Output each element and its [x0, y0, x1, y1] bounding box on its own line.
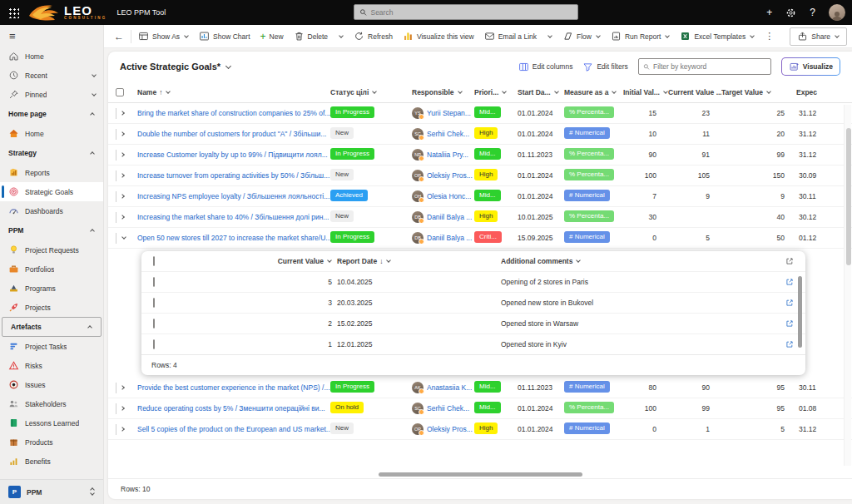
row-expand-icon[interactable] — [120, 427, 125, 432]
subgrid-row[interactable]: 1 12.01.2025 Opened store in Kyiv — [141, 334, 805, 354]
responsible-link[interactable]: Nataliia Pry... — [427, 151, 468, 159]
run-report-button[interactable]: Run Report — [606, 27, 675, 47]
open-subgrid-icon[interactable] — [785, 257, 794, 265]
global-search-input[interactable] — [370, 8, 572, 17]
table-row[interactable]: Bring the market share of construction c… — [108, 103, 852, 124]
row-checkbox[interactable] — [153, 319, 155, 329]
subgrid-row[interactable]: 2 15.02.2025 Opened store in Warsaw — [141, 313, 805, 334]
horizontal-scrollbar-thumb[interactable] — [379, 472, 582, 477]
row-collapse-icon[interactable] — [121, 235, 126, 240]
row-expand-icon[interactable] — [120, 406, 125, 411]
table-row-expanded[interactable]: Open 50 new stores till 2027 to increase… — [108, 228, 852, 249]
row-expand-icon[interactable] — [120, 152, 125, 157]
subgrid-column-report-date[interactable]: Report Date↓ — [337, 257, 501, 265]
row-expand-icon[interactable] — [120, 173, 125, 178]
sidebar-item-pinned[interactable]: Pinned — [0, 85, 103, 104]
sidebar-item-home[interactable]: Home — [0, 47, 103, 66]
sidebar-item-dashboards[interactable]: Dashboards — [0, 201, 103, 220]
vertical-scrollbar[interactable] — [844, 105, 851, 466]
global-search-box[interactable] — [354, 4, 578, 20]
table-row[interactable]: Sell 5 copies of the product on the Euro… — [108, 419, 852, 440]
sidebar-group-strategy[interactable]: Strategy — [0, 143, 103, 163]
row-expand-icon[interactable] — [120, 194, 125, 199]
column-header-measure[interactable]: Measure as a — [564, 88, 623, 96]
responsible-link[interactable]: Anastasiia K... — [427, 383, 472, 392]
area-switcher[interactable]: P PPM — [0, 479, 103, 504]
help-icon[interactable]: ? — [810, 7, 815, 17]
table-row[interactable]: Increase turnover from operating activit… — [108, 166, 852, 186]
horizontal-scrollbar[interactable] — [108, 471, 852, 478]
row-expand-icon[interactable] — [120, 385, 125, 390]
column-header-responsible[interactable]: Responsible — [412, 88, 474, 96]
view-selector[interactable]: Active Strategic Goals* — [120, 62, 231, 72]
command-overflow-button[interactable]: ⋮ — [760, 31, 779, 42]
sidebar-item-issues[interactable]: Issues — [0, 375, 103, 394]
open-record-icon[interactable] — [785, 278, 794, 286]
responsible-link[interactable]: Daniil Balya ... — [427, 234, 472, 242]
subgrid-column-current-value[interactable]: Current Value — [171, 257, 337, 265]
responsible-link[interactable]: Yurii Stepan... — [427, 109, 471, 117]
subgrid-scrollbar[interactable] — [798, 276, 802, 348]
goal-name-link[interactable]: Increasing NPS employee loyalty / Збільш… — [137, 192, 330, 200]
sidebar-item-stakeholders[interactable]: Stakeholders — [0, 394, 103, 413]
sidebar-group-ppm[interactable]: PPM — [0, 220, 103, 240]
row-expand-icon[interactable] — [120, 111, 125, 116]
share-button[interactable]: Share — [790, 27, 847, 46]
column-header-status[interactable]: Статус цілі — [330, 88, 412, 96]
sidebar-item-project-requests[interactable]: Project Requests — [0, 240, 103, 259]
delete-button[interactable]: Delete — [289, 27, 334, 47]
column-header-priority[interactable]: Priori... — [474, 88, 518, 96]
column-header-name[interactable]: Name↑ — [137, 88, 330, 96]
sidebar-item-home-page-home[interactable]: Home — [0, 124, 103, 143]
waffle-menu-icon[interactable] — [7, 7, 19, 18]
filter-by-keyword-input[interactable] — [653, 62, 766, 71]
sidebar-item-portfolios[interactable]: Portfolios — [0, 259, 103, 279]
sidebar-group-home-page[interactable]: Home page — [0, 104, 103, 124]
goal-name-link[interactable]: Increase turnover from operating activit… — [137, 171, 330, 180]
edit-columns-button[interactable]: Edit columns — [518, 62, 573, 72]
user-avatar[interactable] — [829, 4, 845, 21]
visualize-button[interactable]: Visualize — [782, 58, 840, 75]
goal-name-link[interactable]: Increasing the market share to 40% / Збі… — [137, 213, 330, 221]
responsible-link[interactable]: Daniil Balya ... — [427, 213, 472, 221]
row-checkbox[interactable] — [153, 277, 155, 287]
sidebar-item-recent[interactable]: Recent — [0, 66, 103, 85]
responsible-link[interactable]: Oleksiy Pros... — [427, 425, 473, 433]
column-header-start-date[interactable]: Start Da... — [518, 88, 564, 96]
subgrid-select-all-checkbox[interactable] — [153, 256, 155, 266]
sidebar-toggle-button[interactable]: ≡ — [0, 25, 103, 47]
delete-dropdown-button[interactable] — [333, 27, 349, 47]
flow-button[interactable]: Flow — [557, 27, 606, 47]
email-dropdown-button[interactable] — [542, 27, 557, 47]
row-checkbox[interactable] — [153, 339, 155, 349]
sidebar-item-products[interactable]: Products — [0, 432, 103, 452]
refresh-button[interactable]: Refresh — [349, 27, 398, 47]
sidebar-item-benefits[interactable]: Benefits — [0, 452, 103, 471]
sidebar-item-project-tasks[interactable]: Project Tasks — [0, 337, 103, 356]
app-name[interactable]: LEO PPM Tool — [116, 8, 166, 17]
column-header-expected[interactable]: Expec — [796, 88, 833, 96]
goal-name-link[interactable]: Double the number of customers for produ… — [137, 130, 330, 138]
sidebar-item-strategic-goals[interactable]: Strategic Goals — [0, 182, 103, 201]
subgrid-row[interactable]: 5 10.04.2025 Opening of 2 stores in Pari… — [141, 271, 805, 292]
table-row[interactable]: Increase Customer loyalty by up to 99% /… — [108, 145, 852, 166]
table-row[interactable]: Reduce operating costs by 5% / Зменшити … — [108, 398, 852, 419]
select-all-checkbox[interactable] — [116, 88, 124, 96]
goal-name-link[interactable]: Bring the market share of construction c… — [137, 109, 330, 117]
column-header-initial-value[interactable]: Initial Val... — [623, 88, 668, 96]
subgrid-row[interactable]: 3 20.03.2025 Opened new store in Bukovel — [141, 292, 805, 313]
responsible-link[interactable]: Oleksiy Pros... — [427, 171, 473, 180]
open-record-icon[interactable] — [785, 299, 794, 307]
responsible-link[interactable]: Serhii Chek... — [427, 130, 469, 138]
goal-name-link[interactable]: Provide the best customer experience in … — [137, 383, 330, 392]
responsible-link[interactable]: Olesia Honc... — [427, 192, 471, 200]
open-record-icon[interactable] — [785, 340, 794, 348]
table-row[interactable]: Double the number of customers for produ… — [108, 124, 852, 145]
edit-filters-button[interactable]: Edit filters — [582, 62, 627, 72]
excel-templates-button[interactable]: Excel Templates — [675, 27, 760, 47]
table-row[interactable]: Provide the best customer experience in … — [108, 378, 852, 398]
add-icon[interactable]: + — [766, 7, 772, 17]
table-row[interactable]: Increasing the market share to 40% / Збі… — [108, 207, 852, 228]
sidebar-item-lessons-learned[interactable]: Lessons Learned — [0, 413, 103, 432]
column-header-target-value[interactable]: Target Value — [721, 88, 796, 96]
